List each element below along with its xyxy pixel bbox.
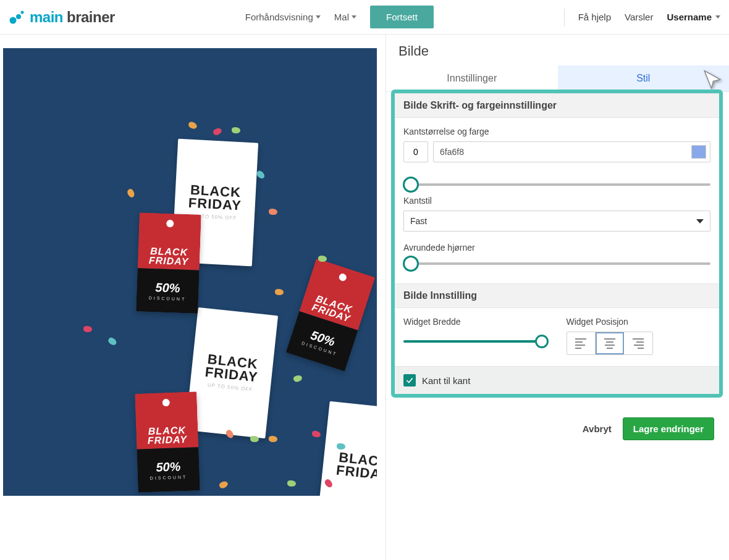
tag-percent: 50% xyxy=(156,459,181,474)
logo-brainer: brainer xyxy=(67,9,115,26)
tab-style[interactable]: Stil xyxy=(558,65,730,91)
widget-width-slider[interactable] xyxy=(403,335,548,348)
caret-down-icon xyxy=(316,15,321,19)
logo-main: main xyxy=(30,9,63,26)
card-line2: FRIDAY xyxy=(188,194,242,212)
svg-point-0 xyxy=(10,17,17,23)
save-button[interactable]: Lagre endringer xyxy=(623,417,714,440)
border-style-select[interactable]: Fast xyxy=(403,211,710,232)
border-size-slider[interactable] xyxy=(403,178,710,191)
align-right-button[interactable] xyxy=(624,332,652,354)
username-label: Username xyxy=(667,12,712,22)
continue-button[interactable]: Fortsett xyxy=(370,6,434,28)
panel-footer: Avbryt Lagre endringer xyxy=(386,406,729,451)
tag-percent: 50% xyxy=(155,280,180,295)
align-right-icon xyxy=(633,338,644,349)
tag-line: FRIDAY xyxy=(149,256,189,266)
editor-canvas: BLACKFRIDAY UP TO 50% OFF BLACKFRIDAY UP… xyxy=(0,35,386,560)
svg-point-2 xyxy=(21,10,24,14)
font-section-header: Bilde Skrift- og fargeinnstillinger xyxy=(395,93,719,118)
tag-line: FRIDAY xyxy=(147,435,187,445)
border-style-value: Fast xyxy=(410,216,427,226)
nav-right: Få hjelp Varsler Username xyxy=(564,9,720,26)
user-menu[interactable]: Username xyxy=(667,12,720,22)
cancel-button[interactable]: Avbryt xyxy=(583,424,612,434)
tab-settings[interactable]: Innstillinger xyxy=(386,65,558,91)
panel-tabs: Innstillinger Stil xyxy=(386,65,729,92)
nav-center: Forhåndsvisning Mal Fortsett xyxy=(245,6,434,28)
divider xyxy=(564,9,565,26)
app-header: mainbrainer Forhåndsvisning Mal Fortsett… xyxy=(0,0,729,35)
align-center-button[interactable] xyxy=(596,332,624,354)
template-label: Mal xyxy=(334,12,349,22)
tab-style-label: Stil xyxy=(636,73,650,83)
align-left-icon xyxy=(575,338,586,349)
border-color-value: 6fa6f8 xyxy=(440,147,464,157)
widget-position-segment xyxy=(567,332,653,355)
help-link[interactable]: Få hjelp xyxy=(578,12,611,22)
brand-logo: mainbrainer xyxy=(9,9,115,26)
card-sub: UP TO 50% OFF xyxy=(207,382,253,393)
rounded-corners-label: Avrundede hjørner xyxy=(403,243,710,253)
align-left-button[interactable] xyxy=(567,332,596,354)
edge-to-edge-checkbox[interactable] xyxy=(403,374,416,387)
sale-tag: BLACKFRIDAY 50%DISCOUNT xyxy=(136,212,201,313)
preview-label: Forhåndsvisning xyxy=(245,12,313,22)
widget-width-label: Widget Bredde xyxy=(403,317,548,327)
caret-down-icon xyxy=(715,15,720,19)
color-swatch xyxy=(691,145,706,159)
image-preview[interactable]: BLACKFRIDAY UP TO 50% OFF BLACKFRIDAY UP… xyxy=(3,48,377,496)
triangle-down-icon xyxy=(696,219,704,224)
tag-discount: DISCOUNT xyxy=(149,296,187,301)
border-size-label: Kantstørrelse og farge xyxy=(403,127,710,136)
side-panel: Bilde Innstillinger Stil Bilde Skrift- o… xyxy=(386,35,729,560)
panel-title: Bilde xyxy=(386,35,729,65)
svg-point-1 xyxy=(16,14,21,19)
logo-icon xyxy=(9,10,26,25)
border-size-input[interactable] xyxy=(403,141,428,162)
tag-discount: DISCOUNT xyxy=(150,475,188,480)
template-dropdown[interactable]: Mal xyxy=(334,12,356,22)
border-style-label: Kantstil xyxy=(403,196,710,206)
caret-down-icon xyxy=(352,15,356,19)
sale-tag: BLACKFRIDAY 50%DISCOUNT xyxy=(286,258,376,371)
image-section-header: Bilde Innstilling xyxy=(395,283,719,308)
alerts-link[interactable]: Varsler xyxy=(625,12,653,22)
preview-dropdown[interactable]: Forhåndsvisning xyxy=(245,12,321,22)
edge-to-edge-row[interactable]: Kant til kant xyxy=(395,366,719,394)
border-color-input[interactable]: 6fa6f8 xyxy=(433,141,710,162)
card-line2: FRIDAY xyxy=(335,462,377,483)
rounded-corners-slider[interactable] xyxy=(403,257,710,270)
promo-card: BLACKFRIDAY UP TO 50% OFF xyxy=(185,307,278,438)
align-center-icon xyxy=(604,338,615,349)
edge-to-edge-label: Kant til kant xyxy=(422,375,470,386)
widget-position-label: Widget Posisjon xyxy=(567,317,711,327)
sale-tag: BLACKFRIDAY 50%DISCOUNT xyxy=(135,391,200,492)
style-highlight-box: Bilde Skrift- og fargeinnstillinger Kant… xyxy=(391,90,723,398)
